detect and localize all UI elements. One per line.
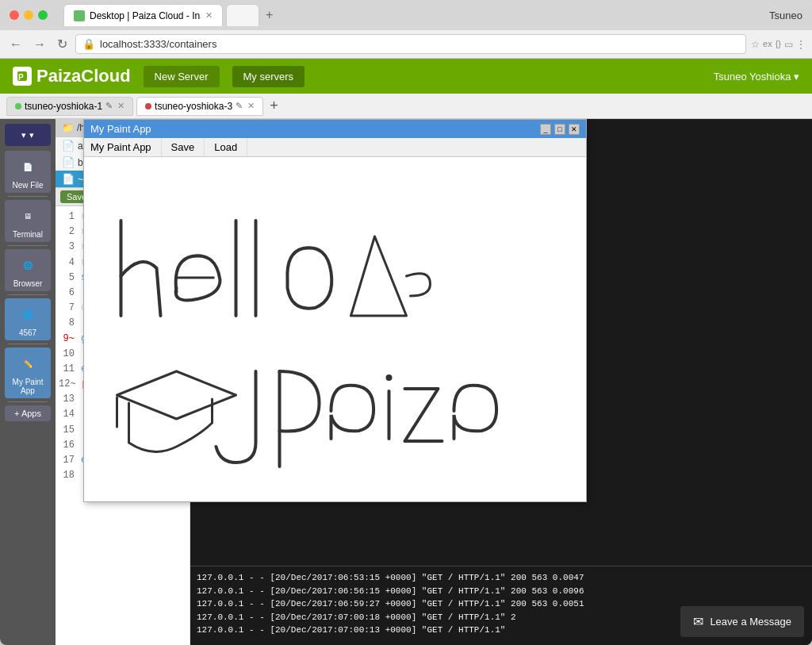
port-icon: 🌐 [15, 301, 40, 327]
tab-bar: Desktop | Paiza Cloud - Instan ✕ + [63, 4, 763, 26]
address-bar: ← → ↻ 🔒 localhost:3333/containers ☆ ex {… [0, 30, 812, 59]
browser-icon: 🌐 [15, 252, 40, 278]
server-tab-2-label: tsuneo-yoshioka-3 [155, 101, 232, 112]
sidebar-item-browser[interactable]: 🌐 Browser [5, 249, 51, 291]
bookmark-icon[interactable]: ☆ [751, 39, 760, 50]
close-button[interactable] [10, 10, 19, 20]
edit-icon-2[interactable]: ✎ [236, 101, 243, 111]
paint-maximize-button[interactable]: □ [554, 124, 565, 135]
paint-menubar: My Paint App Save Load [84, 138, 586, 157]
paint-canvas[interactable] [84, 157, 586, 501]
paint-title: My Paint App [90, 123, 151, 135]
sidebar-dropdown[interactable]: ▾ ▾ [5, 124, 51, 146]
menu-icon[interactable]: ⋮ [796, 39, 806, 50]
paint-app-label: My Paint App [8, 378, 48, 395]
sidebar-divider-5 [8, 401, 48, 402]
file-icon-0: 📄 [62, 140, 75, 152]
paint-app-window: My Paint App _ □ ✕ My Paint App Save Loa… [83, 119, 587, 502]
browser-tab-2[interactable] [226, 4, 259, 26]
sidebar-item-paint-app[interactable]: ✏️ My Paint App [5, 347, 51, 398]
svg-point-2 [386, 374, 393, 381]
browser-window: Desktop | Paiza Cloud - Instan ✕ + Tsune… [0, 0, 812, 645]
paiza-logo-text: PaizaCloud [36, 66, 131, 86]
minimize-button[interactable] [24, 10, 33, 20]
edit-icon-1[interactable]: ✎ [105, 101, 113, 111]
file-icon-1: 📄 [62, 156, 75, 168]
terminal-line-1: 127.0.0.1 - - [20/Dec/2017:06:56:15 +000… [197, 585, 806, 598]
paiza-logo: P PaizaCloud [13, 66, 131, 86]
paint-close-button[interactable]: ✕ [569, 124, 580, 135]
terminal-line-0: 127.0.0.1 - - [20/Dec/2017:06:53:15 +000… [197, 571, 806, 585]
browser-label: Browser [13, 279, 43, 288]
url-text: localhost:3333/containers [100, 38, 216, 50]
file-icon-2: 📄 [62, 173, 75, 185]
svg-text:P: P [18, 73, 24, 82]
address-bar-icons: ☆ ex {} ▭ ⋮ [751, 39, 806, 50]
leave-message-label: Leave a Message [710, 616, 791, 628]
paiza-logo-icon: P [13, 67, 32, 86]
paint-menu-app[interactable]: My Paint App [84, 138, 162, 156]
sidebar-divider-3 [8, 294, 48, 295]
paint-minimize-button[interactable]: _ [540, 124, 551, 135]
traffic-lights [10, 10, 48, 20]
folder-icon: 📁 [62, 122, 74, 133]
main-area: ▾ ▾ 📄 New File 🖥 Terminal 🌐 Browser 🌐 45… [0, 119, 812, 645]
browser-tab-active[interactable]: Desktop | Paiza Cloud - Instan ✕ [63, 4, 223, 26]
back-button[interactable]: ← [6, 36, 25, 53]
terminal-label: Terminal [13, 230, 43, 239]
paint-menu-load[interactable]: Load [205, 138, 247, 156]
url-box[interactable]: 🔒 localhost:3333/containers [75, 34, 746, 54]
tab-label: Desktop | Paiza Cloud - Instan [90, 10, 201, 21]
my-servers-button[interactable]: My servers [232, 66, 305, 87]
sidebar-item-port[interactable]: 🌐 4567 [5, 298, 51, 340]
server-tab-1-label: tsuneo-yoshioka-1 [25, 101, 102, 112]
sidebar-item-apps[interactable]: + Apps [5, 405, 51, 421]
sidebar-divider-4 [8, 344, 48, 344]
tab-favicon [74, 10, 85, 21]
server-status-dot-2 [145, 103, 151, 109]
new-tab-button[interactable]: + [262, 8, 276, 22]
leave-message-button[interactable]: ✉ Leave a Message [680, 606, 804, 637]
sidebar-item-new-file[interactable]: 📄 New File [5, 151, 51, 193]
maximize-button[interactable] [38, 10, 48, 20]
paint-menu-save[interactable]: Save [162, 138, 205, 156]
paint-window-buttons: _ □ ✕ [540, 124, 580, 135]
extensions-icon[interactable]: ex [763, 39, 772, 50]
browser-user-label: Tsuneo [769, 10, 802, 21]
server-tab-2[interactable]: tsuneo-yoshioka-3 ✎ ✕ [136, 97, 263, 116]
server-status-dot-1 [15, 103, 21, 109]
add-server-tab-button[interactable]: + [266, 98, 282, 114]
new-file-icon: 📄 [15, 154, 40, 179]
sidebar: ▾ ▾ 📄 New File 🖥 Terminal 🌐 Browser 🌐 45… [0, 119, 56, 645]
new-server-button[interactable]: New Server [144, 66, 220, 87]
paint-titlebar[interactable]: My Paint App _ □ ✕ [84, 120, 586, 138]
dropdown-arrow: ▾ ▾ [21, 130, 33, 140]
tab-close-icon[interactable]: ✕ [205, 10, 213, 21]
paiza-user[interactable]: Tsuneo Yoshioka ▾ [714, 71, 799, 83]
message-icon: ✉ [693, 614, 703, 629]
forward-button[interactable]: → [30, 36, 49, 53]
sidebar-item-terminal[interactable]: 🖥 Terminal [5, 200, 51, 242]
server-tab-2-close[interactable]: ✕ [247, 101, 255, 111]
port-label: 4567 [19, 328, 36, 337]
paiza-header: P PaizaCloud New Server My servers Tsune… [0, 59, 812, 94]
sidebar-divider-1 [8, 196, 48, 197]
server-tab-1[interactable]: tsuneo-yoshioka-1 ✎ ✕ [6, 97, 133, 116]
refresh-button[interactable]: ↻ [54, 35, 71, 53]
new-file-label: New File [13, 181, 44, 190]
sidebar-divider-2 [8, 245, 48, 246]
apps-label: + Apps [14, 409, 41, 418]
server-tab-1-close[interactable]: ✕ [117, 101, 124, 111]
terminal-icon: 🖥 [15, 203, 40, 228]
cast-icon[interactable]: ▭ [784, 39, 793, 50]
paint-app-icon: ✏️ [15, 351, 40, 376]
server-tabs: tsuneo-yoshioka-1 ✎ ✕ tsuneo-yoshioka-3 … [0, 94, 812, 119]
devtools-icon[interactable]: {} [776, 39, 781, 50]
title-bar: Desktop | Paiza Cloud - Instan ✕ + Tsune… [0, 0, 812, 30]
